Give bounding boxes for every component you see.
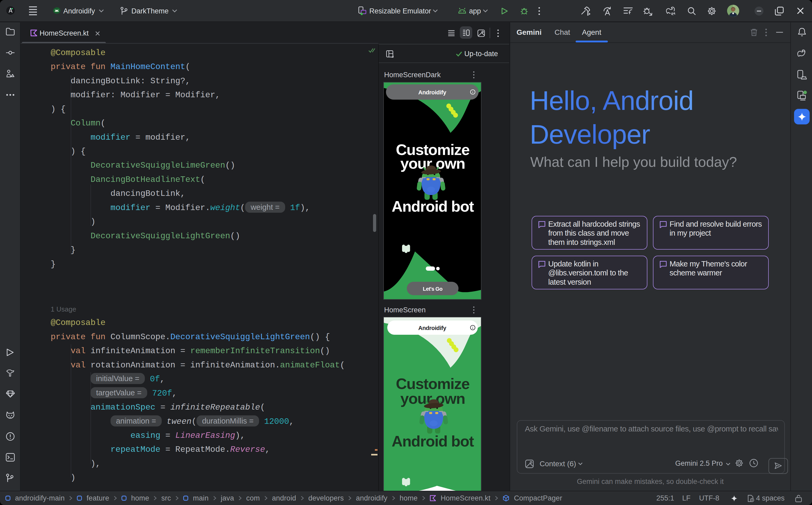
svg-text:Let's Go: Let's Go — [423, 286, 443, 292]
svg-text:Android bot: Android bot — [392, 433, 474, 450]
svg-text:Android bot: Android bot — [392, 198, 474, 215]
svg-text:Androidify: Androidify — [418, 325, 446, 331]
svg-text:Androidify: Androidify — [418, 89, 446, 96]
